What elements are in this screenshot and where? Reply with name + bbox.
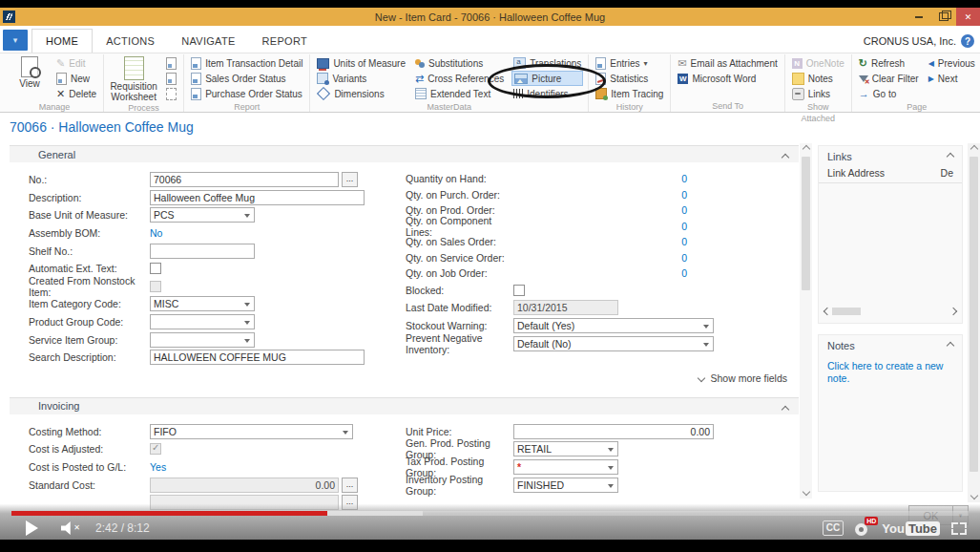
show-more-fields-link[interactable]: Show more fields	[10, 369, 799, 388]
close-button[interactable]: ✕	[956, 8, 980, 26]
collapse-icon[interactable]	[947, 342, 954, 350]
invoicing-fasttab-header[interactable]: Invoicing	[10, 397, 799, 414]
tab-home[interactable]: HOME	[31, 29, 93, 53]
scroll-down-arrow[interactable]	[800, 487, 812, 499]
no-lookup-button[interactable]: ...	[342, 172, 358, 187]
collapse-icon[interactable]	[782, 403, 789, 410]
next-button[interactable]: ▶Next	[927, 71, 977, 86]
entries-button[interactable]: Entries▾	[594, 55, 665, 71]
product-group-code-select[interactable]	[150, 314, 255, 329]
mute-button[interactable]: ✕	[61, 521, 80, 535]
new-button[interactable]: New	[54, 71, 98, 86]
search-description-input[interactable]: HALLOWEEN COFFEE MUG	[150, 350, 365, 365]
notes-panel-header[interactable]: Notes	[819, 335, 962, 356]
process-small-button-1[interactable]	[164, 55, 178, 71]
application-menu-button[interactable]: ▾	[3, 30, 28, 51]
settings-button[interactable]: HD	[855, 520, 870, 536]
scrollbar-thumb[interactable]	[802, 157, 810, 290]
youtube-logo[interactable]: You Tube	[882, 521, 940, 536]
prevent-negative-inventory-select[interactable]: Default (No)	[513, 336, 714, 351]
translations-button[interactable]: Translations	[511, 55, 583, 71]
links-button[interactable]: Links	[790, 86, 846, 101]
qty-sales-order-link[interactable]: 0	[513, 236, 687, 247]
scrollbar-thumb[interactable]	[970, 157, 978, 472]
qty-job-order-link[interactable]: 0	[513, 267, 687, 279]
video-progress-bar[interactable]	[11, 511, 969, 516]
window-scrollbar[interactable]	[968, 143, 980, 502]
item-transaction-detail-button[interactable]: Item Transaction Detail	[189, 55, 304, 71]
onenote-button[interactable]: NOneNote	[790, 55, 846, 71]
identifiers-button[interactable]: Identifiers	[511, 86, 583, 101]
content-scrollbar[interactable]	[800, 143, 812, 499]
cross-references-button[interactable]: ⇄Cross References	[413, 71, 506, 86]
minimize-button[interactable]	[907, 8, 931, 26]
scrollbar-thumb[interactable]	[832, 308, 861, 315]
stockout-warning-select[interactable]: Default (Yes)	[513, 318, 714, 333]
edit-button[interactable]: ✎Edit	[54, 55, 98, 71]
restore-button[interactable]	[931, 8, 956, 26]
view-button[interactable]: View	[10, 55, 49, 89]
help-icon[interactable]: ?	[961, 34, 974, 48]
extended-text-button[interactable]: Extended Text	[413, 86, 506, 101]
base-unit-of-measure-select[interactable]: PCS	[150, 207, 255, 223]
tab-navigate[interactable]: NAVIGATE	[168, 30, 248, 53]
scroll-right-arrow[interactable]	[949, 308, 957, 315]
qty-purch-order-link[interactable]: 0	[513, 189, 687, 201]
previous-button[interactable]: ◀Previous	[927, 55, 977, 71]
refresh-button[interactable]: ↻Refresh	[857, 55, 921, 71]
quantity-on-hand-link[interactable]: 0	[513, 173, 687, 184]
collapse-icon[interactable]	[947, 153, 954, 160]
item-category-code-select[interactable]: MISC	[150, 296, 255, 311]
units-of-measure-button[interactable]: Units of Measure	[315, 55, 407, 71]
collapse-icon[interactable]	[782, 151, 789, 158]
scroll-up-arrow[interactable]	[800, 143, 812, 155]
scroll-up-arrow[interactable]	[968, 143, 980, 155]
scroll-left-arrow[interactable]	[824, 308, 831, 315]
links-panel-header[interactable]: Links	[819, 146, 962, 167]
purchase-order-status-button[interactable]: Purchase Order Status	[189, 86, 304, 101]
email-as-attachment-button[interactable]: ✉Email as Attachment	[676, 55, 779, 71]
process-small-button-2[interactable]	[164, 71, 178, 86]
scroll-down-arrow[interactable]	[968, 491, 980, 502]
sales-order-status-button[interactable]: Sales Order Status	[189, 71, 304, 86]
inventory-posting-group-select[interactable]: FINISHED	[513, 478, 618, 493]
no-input[interactable]: 70066	[150, 172, 339, 187]
dimensions-button[interactable]: Dimensions	[315, 86, 407, 101]
delete-button[interactable]: ✕Delete	[54, 86, 98, 101]
microsoft-word-button[interactable]: WMicrosoft Word	[676, 71, 779, 86]
statistics-button[interactable]: Statistics	[594, 71, 665, 86]
tab-report[interactable]: REPORT	[249, 30, 321, 53]
shelf-no-input[interactable]	[150, 244, 255, 259]
costing-method-select[interactable]: FIFO	[150, 424, 353, 439]
picture-button[interactable]: Picture	[511, 71, 583, 86]
captions-button[interactable]: CC	[823, 520, 844, 536]
unit-price-input[interactable]: 0.00	[513, 424, 714, 439]
notes-button[interactable]: Notes	[790, 71, 846, 86]
variants-button[interactable]: Variants	[315, 71, 407, 86]
requisition-worksheet-button[interactable]: Requisition Worksheet	[109, 55, 158, 102]
service-item-group-select[interactable]	[150, 332, 255, 348]
automatic-ext-text-checkbox[interactable]	[150, 263, 161, 274]
process-small-button-3[interactable]	[164, 86, 178, 101]
assembly-bom-link[interactable]: No	[150, 227, 162, 239]
links-horizontal-scrollbar[interactable]	[824, 306, 956, 317]
play-button[interactable]	[26, 520, 38, 536]
cost-posted-gl-link[interactable]: Yes	[150, 461, 166, 473]
gen-prod-posting-group-select[interactable]: RETAIL	[513, 441, 618, 456]
qty-service-order-link[interactable]: 0	[513, 252, 687, 264]
go-to-button[interactable]: →Go to	[857, 86, 921, 101]
fullscreen-button[interactable]	[951, 522, 967, 535]
standard-cost-assist-button[interactable]: ...	[342, 478, 358, 493]
blocked-checkbox[interactable]	[513, 285, 525, 296]
tax-prod-posting-group-select[interactable]: *	[513, 459, 618, 475]
ribbon-tab-bar: ▾ HOME ACTIONS NAVIGATE REPORT CRONUS US…	[0, 26, 980, 53]
clear-filter-button[interactable]: Clear Filter	[857, 71, 921, 86]
item-tracing-button[interactable]: Item Tracing	[594, 86, 665, 101]
general-fasttab-header[interactable]: General	[10, 145, 799, 162]
tab-actions[interactable]: ACTIONS	[93, 30, 168, 53]
create-note-link[interactable]: Click here to create a new note.	[819, 356, 962, 389]
qty-component-lines-link[interactable]: 0	[513, 221, 687, 232]
qty-prod-order-link[interactable]: 0	[513, 204, 687, 216]
description-input[interactable]: Halloween Coffee Mug	[150, 190, 365, 205]
substitutions-button[interactable]: Substitutions	[413, 55, 506, 71]
